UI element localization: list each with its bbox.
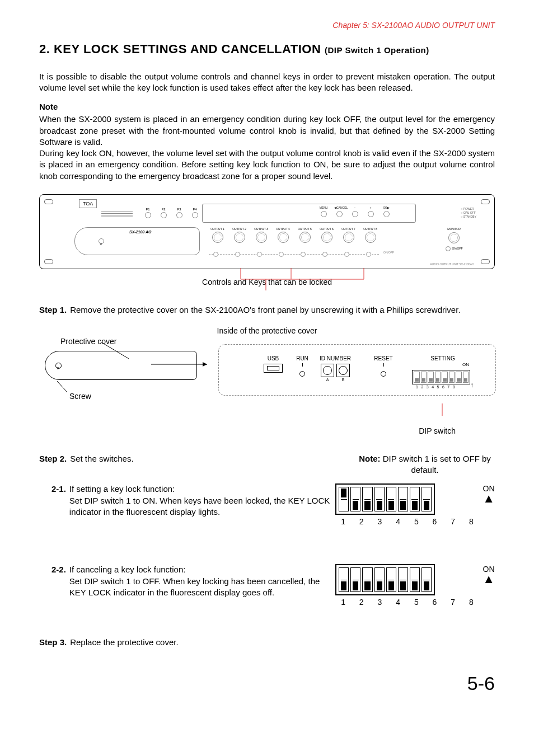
dip-switch-1-on — [339, 487, 349, 511]
dip-numbers-small: 12345678 — [412, 384, 470, 389]
dip-numbers: 1 2 3 4 5 6 7 8 — [335, 516, 479, 527]
dip-switch-small-icon — [412, 370, 470, 384]
arrow-up-icon: ↑ — [470, 381, 474, 389]
run-led-icon: RUN — [293, 355, 312, 377]
callout-arrows-icon — [39, 336, 207, 403]
chapter-header: Chapter 5: SX-2100AO AUDIO OUTPUT UNIT — [39, 20, 495, 31]
heading-sub: (DIP Switch 1 Operation) — [325, 45, 429, 55]
step-2-text: Set the switches. — [70, 453, 338, 464]
heading-main: KEY LOCK SETTINGS AND CANCELLATION — [54, 42, 321, 56]
arrow-up-icon: ▲ — [483, 494, 495, 503]
front-panel-box: TOA F1 F2 F3 F4 MENU ◀CANCEL − + OK▶ — [39, 194, 495, 269]
note-paragraph-2: During key lock ON, however, the volume … — [39, 148, 495, 182]
sub-2-1-label: 2-1. — [51, 483, 66, 518]
sub-2-1-title: If setting a key lock function: — [69, 483, 330, 495]
reset-button-icon: RESET — [372, 355, 395, 377]
page-number: 5-6 — [39, 671, 495, 697]
vent-icon — [101, 212, 133, 218]
step-3-label: Step 3. — [39, 637, 67, 648]
intro-paragraph: It is possible to disable the output vol… — [39, 71, 495, 94]
unit-label: AUDIO OUTPUT UNIT SX-2100AO — [430, 262, 474, 266]
setting-dip-block: SETTING ON 12345678 ↑ — [409, 355, 476, 390]
dip-diagram-on: 1 2 3 4 5 6 7 8 ON ▲ — [335, 483, 495, 527]
page-title: 2. KEY LOCK SETTINGS AND CANCELLATION (D… — [39, 41, 495, 58]
rotary-switch-icon — [321, 364, 334, 377]
function-keys: F1 F2 F3 F4 — [144, 207, 199, 218]
output-knobs: OUTPUT 1 OUTPUT 2 OUTPUT 3 OUTPUT 4 OUTP… — [207, 227, 381, 243]
sub-2-1-text: Set DIP switch 1 to ON. When keys have b… — [69, 495, 330, 518]
heading-number: 2. — [39, 42, 50, 56]
figure-2-caption: Inside of the protective cover — [39, 326, 495, 336]
dip-switch-1-off — [339, 567, 349, 592]
callout-lines-icon — [39, 268, 495, 294]
panel-screw-icon — [481, 259, 490, 264]
nav-keys: MENU ◀CANCEL − + OK▶ — [318, 206, 391, 217]
usb-port-icon: USB — [259, 355, 287, 375]
inside-cover-diagram: USB RUN ID NUMBER A B RESET — [218, 344, 496, 396]
svg-line-7 — [57, 381, 67, 392]
dip-callout-icon — [39, 403, 495, 426]
step-1-label: Step 1. — [39, 304, 67, 316]
note-paragraph-1: When the SX-2000 system is placed in an … — [39, 114, 495, 148]
note-bold: Note: — [359, 454, 380, 463]
protective-cover-figure: Inside of the protective cover Protectiv… — [39, 326, 495, 436]
channel-leds — [207, 251, 381, 259]
dip-switch-label: DIP switch — [39, 426, 495, 436]
panel-screw-icon — [481, 199, 490, 204]
step-1-text: Remove the protective cover on the SX-21… — [70, 304, 495, 316]
step-3-text: Replace the protective cover. — [70, 637, 495, 648]
svg-marker-9 — [203, 362, 207, 367]
step-2-label: Step 2. — [39, 453, 67, 464]
id-number-block: ID NUMBER A B — [314, 355, 357, 383]
onoff-label: ON/OFF — [383, 251, 394, 255]
protective-cover-icon — [74, 227, 200, 255]
front-panel-figure: TOA F1 F2 F3 F4 MENU ◀CANCEL − + OK▶ — [39, 194, 495, 288]
panel-screw-icon — [44, 259, 53, 264]
step-2-note: Note: DIP switch 1 is set to OFF by defa… — [355, 453, 495, 476]
note-title: Note — [39, 101, 495, 112]
sub-2-2-title: If canceling a key lock function: — [69, 564, 330, 575]
monitor-block: MONITOR ON/OFF — [437, 227, 471, 251]
svg-line-6 — [101, 342, 129, 359]
sub-2-2-text: Set DIP switch 1 to OFF. When key lockin… — [69, 576, 330, 599]
sub-2-2-label: 2-2. — [51, 564, 66, 598]
panel-screw-icon — [44, 199, 53, 204]
monitor-knob-icon — [448, 232, 460, 243]
status-leds: POWER CPU OFF STANDBY — [461, 207, 476, 219]
dip-diagram-off: 1 2 3 4 5 6 7 8 ON ▲ — [335, 564, 495, 608]
rotary-switch-icon — [336, 364, 350, 377]
toa-logo: TOA — [79, 199, 97, 208]
dip-numbers: 1 2 3 4 5 6 7 8 — [335, 597, 479, 608]
arrow-up-icon: ▲ — [483, 575, 495, 584]
